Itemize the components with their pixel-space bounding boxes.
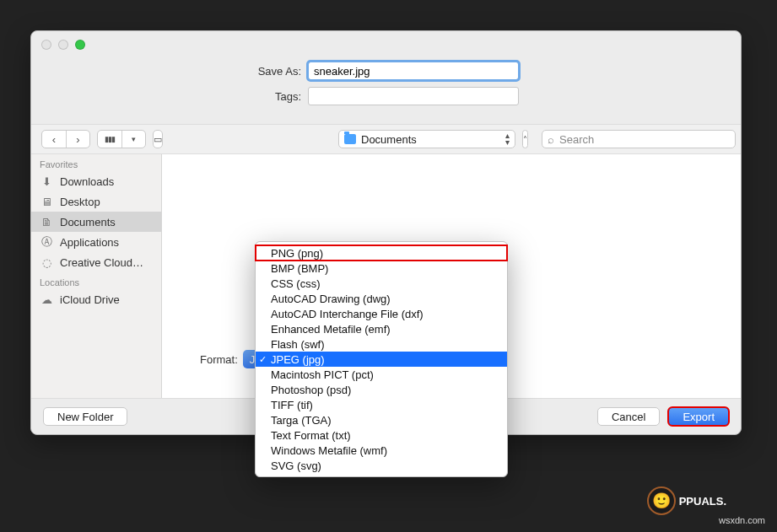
format-dropdown[interactable]: PNG (png)BMP (BMP)CSS (css)AutoCAD Drawi… — [255, 241, 508, 477]
view-mode-select[interactable]: ▮▮▮ ▾ — [97, 130, 146, 148]
desktop-icon: 🖥 — [40, 196, 53, 207]
brand-mascot-icon: 🙂 — [647, 486, 676, 515]
chevron-up-icon: ˄ — [523, 135, 527, 144]
folder-icon — [344, 134, 356, 144]
dropdown-item[interactable]: AutoCAD Drawing (dwg) — [256, 291, 507, 306]
brand-text: PPUALS. — [679, 495, 726, 508]
sidebar-heading-locations: Locations — [31, 272, 161, 289]
dropdown-item[interactable]: Windows Metafile (wmf) — [256, 443, 507, 458]
dropdown-item[interactable]: PNG (png) — [256, 245, 507, 261]
chevron-down-icon: ▾ — [121, 131, 145, 148]
sidebar-item-label: Applications — [60, 236, 119, 249]
save-as-label: Save As: — [251, 65, 301, 78]
dropdown-item[interactable]: Targa (TGA) — [256, 412, 507, 427]
zoom-traffic-light[interactable] — [75, 40, 85, 50]
dropdown-item[interactable]: Text Format (txt) — [256, 427, 507, 443]
new-folder-button[interactable]: New Folder — [43, 407, 127, 426]
creative-cloud-icon: ◌ — [40, 256, 53, 268]
folder-outline-icon: ▭ — [154, 134, 162, 145]
sidebar-item-desktop[interactable]: 🖥 Desktop — [31, 191, 161, 212]
tags-input[interactable] — [308, 87, 519, 105]
cloud-icon: ☁ — [40, 293, 53, 305]
applications-icon: Ⓐ — [40, 236, 53, 248]
tags-label: Tags: — [251, 90, 301, 103]
close-traffic-light[interactable] — [41, 40, 51, 50]
search-field[interactable]: ⌕ Search — [542, 130, 736, 148]
sidebar-item-creative-cloud[interactable]: ◌ Creative Cloud… — [31, 252, 161, 272]
toolbar: ‹ › ▮▮▮ ▾ ▭ Documents ▴▾ ˄ ⌕ Search — [31, 124, 741, 154]
dropdown-item[interactable]: AutoCAD Interchange File (dxf) — [256, 306, 507, 321]
dropdown-item[interactable]: BMP (BMP) — [256, 261, 507, 276]
sidebar-item-icloud[interactable]: ☁ iCloud Drive — [31, 289, 161, 309]
dropdown-item[interactable]: Enhanced Metafile (emf) — [256, 321, 507, 336]
sidebar: Favorites ⬇ Downloads 🖥 Desktop 🗎 Docume… — [31, 154, 162, 398]
forward-icon[interactable]: › — [66, 131, 89, 148]
search-icon: ⌕ — [548, 133, 554, 146]
location-select[interactable]: Documents ▴▾ — [338, 130, 515, 148]
dropdown-item[interactable]: CSS (css) — [256, 276, 507, 291]
window-controls — [31, 31, 741, 58]
dropdown-item[interactable]: TIFF (tif) — [256, 397, 507, 412]
format-label: Format: — [200, 353, 238, 366]
minimize-traffic-light[interactable] — [58, 40, 68, 50]
search-placeholder: Search — [559, 133, 594, 146]
dropdown-item[interactable]: SVG (svg) — [256, 458, 507, 473]
sidebar-item-label: Creative Cloud… — [60, 256, 143, 269]
sidebar-heading-favorites: Favorites — [31, 154, 161, 171]
dropdown-item[interactable]: Macintosh PICT (pct) — [256, 367, 507, 382]
location-label: Documents — [361, 133, 417, 146]
sidebar-item-label: Documents — [60, 216, 116, 228]
watermark-text: wsxdn.com — [719, 515, 765, 525]
downloads-icon: ⬇ — [40, 175, 53, 187]
group-button[interactable]: ▭ — [153, 130, 163, 148]
view-columns-icon: ▮▮▮ — [98, 131, 121, 148]
sidebar-item-label: iCloud Drive — [60, 293, 120, 306]
back-icon[interactable]: ‹ — [42, 131, 66, 148]
path-up-button[interactable]: ˄ — [522, 130, 528, 148]
brand-logo: 🙂 PPUALS. — [647, 486, 726, 515]
sidebar-item-documents[interactable]: 🗎 Documents — [31, 212, 161, 232]
nav-back-forward[interactable]: ‹ › — [41, 130, 90, 148]
save-as-input[interactable] — [308, 62, 519, 80]
stepper-icon: ▴▾ — [505, 132, 510, 146]
dropdown-item[interactable]: Photoshop (psd) — [256, 382, 507, 397]
sidebar-item-applications[interactable]: Ⓐ Applications — [31, 232, 161, 252]
dropdown-item[interactable]: Flash (swf) — [256, 336, 507, 352]
cancel-button[interactable]: Cancel — [597, 407, 660, 426]
form-area: Save As: Tags: — [31, 58, 741, 124]
export-button[interactable]: Export — [668, 407, 729, 426]
sidebar-item-label: Downloads — [60, 175, 114, 188]
dropdown-item[interactable]: JPEG (jpg) — [256, 352, 507, 367]
sidebar-item-downloads[interactable]: ⬇ Downloads — [31, 171, 161, 191]
sidebar-item-label: Desktop — [60, 196, 100, 208]
documents-icon: 🗎 — [40, 216, 53, 228]
